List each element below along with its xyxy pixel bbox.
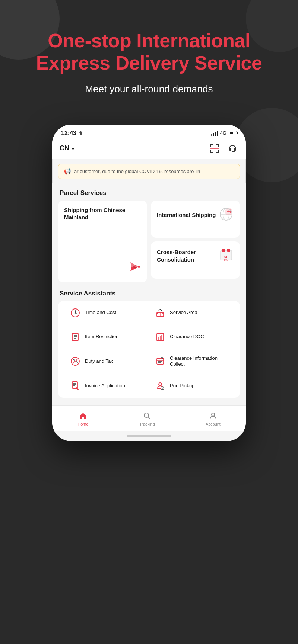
svg-point-37 — [73, 359, 74, 361]
service-port-pickup-label: Port Pickup — [170, 383, 194, 389]
home-nav-label: Home — [77, 422, 88, 426]
service-port-pickup[interactable]: Port Pickup — [149, 374, 234, 398]
network-type: 4G — [220, 130, 226, 136]
parcel-card-international-label: International Shipping — [157, 211, 216, 219]
speaker-icon: 📢 — [64, 168, 71, 175]
status-bar: 12:43 4G — [52, 125, 246, 140]
svg-point-52 — [212, 413, 215, 416]
svg-rect-43 — [72, 382, 77, 388]
service-area-label: Service Area — [170, 310, 197, 316]
svg-rect-33 — [160, 336, 161, 340]
svg-rect-7 — [218, 150, 219, 153]
service-section-title: Service Assistants — [52, 284, 246, 301]
send-arrow-icon — [123, 257, 143, 279]
sfbuy-icon: SF BUY — [218, 247, 234, 265]
parcel-card-mainland[interactable]: Shipping from Chinese Mainland — [58, 201, 147, 282]
chart-doc-icon — [154, 331, 166, 343]
svg-text:BUY: BUY — [224, 259, 228, 261]
service-restriction-label: Item Restriction — [85, 334, 118, 340]
headset-icon — [227, 143, 238, 154]
svg-rect-32 — [158, 337, 159, 340]
service-duty-tax[interactable]: Duty and Tax — [64, 349, 149, 374]
nav-actions — [209, 142, 238, 154]
service-clearance-info[interactable]: Clearance Information Collect — [149, 349, 234, 374]
svg-rect-3 — [218, 144, 219, 147]
service-duty-tax-label: Duty and Tax — [85, 358, 113, 365]
svg-rect-8 — [210, 148, 219, 149]
status-icons: 4G — [211, 130, 237, 136]
service-clearance-doc[interactable]: Clearance DOC — [149, 325, 234, 349]
location-selector[interactable]: CN — [60, 144, 75, 152]
service-restriction[interactable]: Item Restriction — [64, 325, 149, 349]
svg-rect-1 — [210, 144, 211, 147]
nav-header: CN — [52, 140, 246, 159]
battery-icon — [229, 131, 237, 135]
hero-section: One-stop International Express Delivery … — [0, 0, 298, 110]
service-clearance-info-label: Clearance Information Collect — [170, 355, 229, 368]
service-invoice-label: Invoice Application — [85, 383, 125, 389]
phone-frame: 12:43 4G CN — [52, 125, 246, 442]
parcel-card-crossborder[interactable]: Cross-Boarder Consolidation SF BUY — [151, 241, 240, 279]
svg-point-48 — [159, 383, 162, 386]
scan-icon — [209, 143, 220, 154]
parcel-card-international[interactable]: International Shipping — [151, 201, 240, 238]
send-plane-icon — [123, 257, 143, 277]
bottom-nav-tracking[interactable]: Tracking — [132, 410, 162, 428]
home-indicator-bar — [127, 435, 171, 437]
service-area[interactable]: Service Area — [149, 301, 234, 325]
phone-content: Parcel Services Shipping from Chinese Ma… — [52, 183, 246, 406]
service-assistants-grid: Time and Cost Service Area — [58, 301, 240, 398]
nav-arrow-icon — [79, 131, 83, 136]
home-indicator — [52, 431, 246, 441]
svg-point-47 — [77, 389, 79, 390]
service-time-cost[interactable]: Time and Cost — [64, 301, 149, 325]
svg-point-9 — [138, 266, 140, 268]
bottom-nav-home[interactable]: Home — [70, 410, 96, 428]
parcel-services-grid: Shipping from Chinese Mainland — [52, 201, 246, 282]
port-pickup-icon — [154, 380, 166, 392]
svg-point-38 — [76, 362, 77, 363]
svg-rect-27 — [72, 333, 78, 341]
hero-title: One-stop International Express Delivery … — [15, 30, 283, 74]
duty-tax-icon — [69, 355, 81, 367]
bottom-nav-account[interactable]: Account — [198, 410, 228, 428]
parcel-card-crossborder-label: Cross-Boarder Consolidation — [157, 249, 218, 263]
support-button[interactable] — [226, 142, 238, 154]
invoice-icon — [69, 380, 81, 392]
dropdown-arrow-icon — [71, 148, 75, 150]
tracking-nav-label: Tracking — [139, 422, 155, 426]
svg-line-51 — [148, 417, 150, 419]
bottom-navigation: Home Tracking Account — [52, 405, 246, 431]
svg-text:SF: SF — [224, 255, 228, 259]
svg-rect-17 — [227, 249, 230, 252]
hero-subtitle: Meet your all-round demands — [15, 83, 283, 95]
box-area-icon — [154, 307, 166, 319]
list-restriction-icon — [69, 331, 81, 343]
service-time-cost-label: Time and Cost — [85, 310, 116, 316]
phone-mockup: 12:43 4G CN — [0, 125, 298, 442]
status-time: 12:43 — [61, 130, 83, 137]
globe-shipping-icon — [218, 206, 234, 224]
signal-bars-icon — [211, 131, 218, 136]
parcel-card-mainland-label: Shipping from Chinese Mainland — [64, 206, 141, 221]
account-nav-icon — [209, 411, 218, 420]
service-clearance-doc-label: Clearance DOC — [170, 334, 204, 340]
account-nav-label: Account — [206, 422, 221, 426]
scan-button[interactable] — [209, 142, 221, 154]
svg-line-36 — [73, 359, 77, 363]
parcel-section-title: Parcel Services — [52, 183, 246, 201]
svg-point-23 — [75, 312, 76, 313]
clock-icon — [69, 307, 81, 319]
service-invoice[interactable]: Invoice Application — [64, 374, 149, 398]
svg-rect-16 — [222, 249, 225, 252]
search-nav-icon — [143, 411, 152, 420]
svg-rect-34 — [161, 335, 162, 340]
clearance-info-icon — [154, 355, 166, 367]
notification-banner[interactable]: 📢 ar customer, due to the global COVID-1… — [58, 164, 240, 179]
svg-rect-5 — [210, 150, 211, 153]
banner-text: ar customer, due to the global COVID-19,… — [74, 169, 200, 174]
home-nav-icon — [79, 411, 88, 420]
svg-rect-39 — [157, 358, 164, 364]
